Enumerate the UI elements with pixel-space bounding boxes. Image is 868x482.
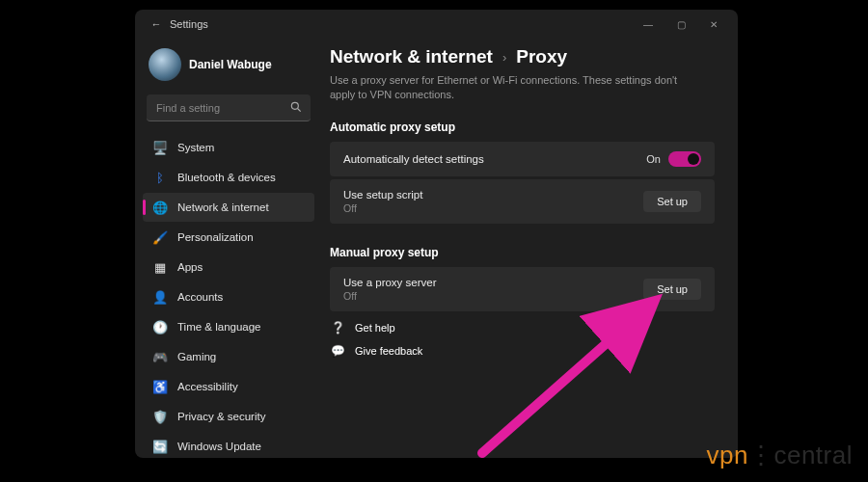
sidebar-item-label: Apps bbox=[177, 261, 203, 273]
sidebar-item-label: Accessibility bbox=[177, 381, 238, 392]
sidebar-item-privacy-security[interactable]: 🛡️Privacy & security bbox=[143, 402, 314, 431]
sidebar-item-label: Time & language bbox=[177, 321, 261, 333]
sidebar-icon: ▦ bbox=[152, 259, 168, 275]
close-icon: ✕ bbox=[710, 19, 718, 30]
window-title: Settings bbox=[170, 18, 208, 30]
auto-detect-toggle[interactable] bbox=[668, 151, 701, 167]
sidebar-icon: 👤 bbox=[152, 289, 168, 305]
sidebar-item-personalization[interactable]: 🖌️Personalization bbox=[143, 223, 314, 252]
card-proxy-server: Use a proxy server Off Set up bbox=[330, 267, 715, 311]
sidebar-item-accessibility[interactable]: ♿Accessibility bbox=[143, 372, 314, 401]
search-icon bbox=[289, 100, 303, 118]
section-heading-auto: Automatic proxy setup bbox=[330, 120, 715, 134]
watermark-logo: vpn⋮central bbox=[707, 441, 853, 470]
svg-point-0 bbox=[291, 102, 298, 109]
sidebar-icon: 🎮 bbox=[152, 349, 168, 364]
sidebar: Daniel Wabuge 🖥️SystemᛒBluetooth & devic… bbox=[135, 39, 318, 458]
sidebar-item-label: Privacy & security bbox=[177, 411, 265, 422]
give-feedback-link[interactable]: 💬 Give feedback bbox=[330, 344, 715, 358]
sidebar-item-label: System bbox=[177, 142, 214, 153]
sidebar-item-label: Gaming bbox=[177, 351, 216, 362]
sidebar-item-accounts[interactable]: 👤Accounts bbox=[143, 282, 314, 311]
section-heading-manual: Manual proxy setup bbox=[330, 246, 715, 259]
chevron-right-icon: › bbox=[502, 50, 506, 65]
sidebar-item-system[interactable]: 🖥️System bbox=[143, 133, 314, 162]
settings-window: ← Settings — ▢ ✕ Daniel Wabuge 🖥️Systemᛒ… bbox=[135, 10, 738, 458]
minimize-icon: — bbox=[643, 19, 653, 30]
search-input[interactable] bbox=[147, 94, 311, 121]
sidebar-icon: 🛡️ bbox=[152, 409, 168, 424]
sidebar-item-label: Bluetooth & devices bbox=[177, 172, 276, 183]
sidebar-item-label: Windows Update bbox=[177, 441, 261, 452]
card-subtitle: Off bbox=[343, 202, 643, 214]
sidebar-item-apps[interactable]: ▦Apps bbox=[143, 253, 314, 281]
page-description: Use a proxy server for Ethernet or Wi-Fi… bbox=[330, 73, 696, 103]
sidebar-item-label: Accounts bbox=[177, 291, 223, 303]
maximize-button[interactable]: ▢ bbox=[665, 11, 697, 38]
give-feedback-label: Give feedback bbox=[355, 345, 422, 357]
avatar bbox=[149, 48, 181, 81]
card-title: Use a proxy server bbox=[343, 277, 643, 288]
card-title: Automatically detect settings bbox=[343, 153, 646, 165]
help-icon: ❔ bbox=[330, 321, 345, 335]
main-content: Network & internet › Proxy Use a proxy s… bbox=[318, 39, 738, 458]
profile-block[interactable]: Daniel Wabuge bbox=[143, 44, 314, 93]
setup-script-button[interactable]: Set up bbox=[643, 191, 701, 212]
sidebar-nav: 🖥️SystemᛒBluetooth & devices🌐Network & i… bbox=[143, 133, 314, 458]
sidebar-icon: ᛒ bbox=[152, 170, 168, 185]
breadcrumb-current: Proxy bbox=[516, 46, 567, 67]
watermark-brand-accent: vpn bbox=[707, 441, 748, 470]
sidebar-item-time-language[interactable]: 🕐Time & language bbox=[143, 312, 314, 341]
svg-line-1 bbox=[298, 109, 301, 112]
card-subtitle: Off bbox=[343, 290, 643, 302]
sidebar-icon: ♿ bbox=[152, 379, 168, 394]
sidebar-icon: 🖌️ bbox=[152, 229, 168, 245]
maximize-icon: ▢ bbox=[677, 19, 686, 30]
sidebar-icon: 🔄 bbox=[152, 439, 168, 454]
proxy-setup-button[interactable]: Set up bbox=[643, 279, 701, 300]
get-help-link[interactable]: ❔ Get help bbox=[330, 321, 715, 335]
sidebar-icon: 🌐 bbox=[152, 200, 168, 215]
watermark-brand-rest: ⋮central bbox=[748, 441, 853, 470]
sidebar-icon: 🕐 bbox=[152, 319, 168, 335]
back-button[interactable]: ← bbox=[143, 18, 170, 30]
profile-name: Daniel Wabuge bbox=[189, 58, 272, 71]
card-title: Use setup script bbox=[343, 189, 643, 201]
get-help-label: Get help bbox=[355, 322, 395, 334]
toggle-state-label: On bbox=[646, 153, 661, 165]
minimize-button[interactable]: — bbox=[632, 11, 665, 38]
card-auto-detect: Automatically detect settings On bbox=[330, 142, 715, 176]
close-button[interactable]: ✕ bbox=[697, 11, 730, 38]
sidebar-item-gaming[interactable]: 🎮Gaming bbox=[143, 342, 314, 371]
sidebar-item-network-internet[interactable]: 🌐Network & internet bbox=[143, 193, 314, 222]
titlebar: ← Settings — ▢ ✕ bbox=[135, 10, 738, 39]
sidebar-icon: 🖥️ bbox=[152, 140, 168, 155]
search-wrap bbox=[147, 94, 311, 121]
sidebar-item-label: Network & internet bbox=[177, 201, 269, 213]
sidebar-item-bluetooth-devices[interactable]: ᛒBluetooth & devices bbox=[143, 163, 314, 192]
breadcrumb-parent[interactable]: Network & internet bbox=[330, 46, 493, 67]
breadcrumb: Network & internet › Proxy bbox=[330, 46, 715, 67]
arrow-left-icon: ← bbox=[151, 18, 162, 30]
card-setup-script: Use setup script Off Set up bbox=[330, 179, 715, 224]
sidebar-item-windows-update[interactable]: 🔄Windows Update bbox=[143, 432, 314, 458]
sidebar-item-label: Personalization bbox=[177, 231, 254, 243]
feedback-icon: 💬 bbox=[330, 344, 345, 358]
